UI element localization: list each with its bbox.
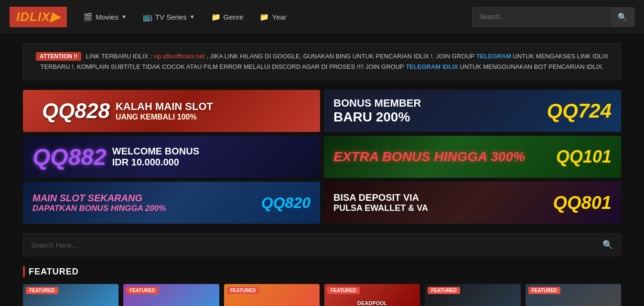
header-search-input[interactable]	[472, 8, 611, 25]
banner-qq101-qq: QQ101	[556, 147, 612, 167]
movies-icon: 🎬	[83, 12, 93, 22]
announcement-telegram1[interactable]: TELEGRAM	[476, 53, 511, 60]
banner-qq820-sub: DAPATKAN BONUS HINGGA 200%	[32, 204, 166, 213]
genre-icon: 📁	[211, 12, 221, 22]
featured-card-4[interactable]: FEATURED DEADPOOL	[324, 284, 420, 306]
nav-movies-label: Movies	[96, 13, 118, 21]
nav-year[interactable]: 📁 Year	[253, 9, 293, 25]
secondary-search-container: 🔍	[23, 233, 621, 256]
logo-arrow: ▶	[50, 10, 60, 24]
logo-text: IDLIX	[16, 10, 50, 24]
banner-qq820-qq: QQ820	[261, 194, 311, 212]
movies-dropdown-arrow: ▼	[121, 14, 127, 20]
featured-card-2[interactable]: FEATURED	[123, 284, 219, 306]
featured-section: FEATURED FEATURED FEATURED FEATURED FEAT…	[23, 266, 621, 306]
site-logo[interactable]: IDLIX▶	[10, 7, 67, 27]
tvseries-icon: 📺	[143, 12, 152, 22]
nav-genre[interactable]: 📁 Genre	[204, 9, 250, 25]
nav-year-label: Year	[272, 13, 286, 21]
featured-title: FEATURED	[29, 267, 79, 277]
announcement-link1[interactable]: vip.idlixofficialx.net	[153, 53, 204, 60]
banner-qq828[interactable]: QQ828 KALAH MAIN SLOT UANG KEMBALI 100%	[23, 90, 320, 132]
secondary-search-input[interactable]	[31, 241, 602, 249]
nav-tvseries-label: TV Series	[155, 13, 187, 21]
banner-qq801[interactable]: BISA DEPOSIT VIA PULSA EWALLET & VA QQ80…	[324, 182, 621, 224]
featured-badge-5: FEATURED	[428, 287, 460, 294]
featured-card-title-4: DEADPOOL	[355, 298, 389, 306]
banner-qq724-slogan: BONUS MEMBER	[333, 97, 421, 109]
announcement-badge: ATTENTION !!	[36, 52, 81, 61]
featured-grid: FEATURED FEATURED FEATURED FEATURED DEAD…	[23, 284, 621, 306]
announcement-banner: ATTENTION !! LINK TERBARU IDLIX : vip.id…	[23, 43, 621, 80]
featured-badge-6: FEATURED	[528, 287, 561, 294]
banner-qq828-qq: QQ828	[42, 99, 110, 123]
banner-qq724-sub: BARU 200%	[333, 109, 421, 125]
banner-qq101[interactable]: EXTRA BONUS HINGGA 300% QQ101	[324, 136, 621, 178]
banner-qq882-qq: QQ882	[32, 144, 107, 170]
banner-qq801-sub: PULSA EWALLET & VA	[333, 203, 428, 213]
year-icon: 📁	[259, 12, 269, 22]
banner-qq882-sub: IDR 10.000.000	[112, 157, 199, 168]
featured-header: FEATURED	[23, 266, 621, 277]
banner-qq724[interactable]: BONUS MEMBER BARU 200% QQ724	[324, 90, 621, 132]
banners-grid: QQ828 KALAH MAIN SLOT UANG KEMBALI 100% …	[23, 90, 621, 224]
featured-badge-3: FEATURED	[227, 287, 259, 294]
featured-badge-4: FEATURED	[327, 287, 360, 294]
featured-card-3[interactable]: FEATURED	[224, 284, 320, 306]
secondary-search-button[interactable]: 🔍	[602, 240, 613, 250]
navbar: IDLIX▶ 🎬 Movies ▼ 📺 TV Series ▼ 📁 Genre …	[0, 0, 644, 33]
featured-card-6[interactable]: FEATURED	[526, 284, 621, 306]
nav-genre-label: Genre	[224, 13, 244, 21]
banner-qq882-slogan: WELCOME BONUS	[112, 146, 199, 157]
banner-qq820[interactable]: MAIN SLOT SEKARANG DAPATKAN BONUS HINGGA…	[23, 182, 320, 224]
featured-bar	[23, 266, 25, 277]
featured-card-5[interactable]: FEATURED	[425, 284, 520, 306]
announcement-telegram2[interactable]: TELEGRAM IDLIX	[406, 63, 458, 70]
banner-qq101-slogan: EXTRA BONUS HINGGA 300%	[333, 149, 525, 164]
banner-qq882[interactable]: QQ882 WELCOME BONUS IDR 10.000.000	[23, 136, 320, 178]
nav-movies[interactable]: 🎬 Movies ▼	[76, 9, 133, 25]
banner-qq828-sub: UANG KEMBALI 100%	[116, 113, 213, 121]
banner-qq724-qq: QQ724	[547, 99, 612, 122]
announcement-text4: UNTUK MENGGUNAKAN BOT PENCARIAN IDLIX.	[460, 63, 604, 70]
nav-items: 🎬 Movies ▼ 📺 TV Series ▼ 📁 Genre 📁 Year	[76, 9, 467, 25]
banner-qq801-slogan: BISA DEPOSIT VIA	[333, 192, 428, 203]
featured-card-1[interactable]: FEATURED	[23, 284, 118, 306]
header-search-button[interactable]: 🔍	[611, 8, 634, 26]
announcement-text2: , JIKA LINK HILANG DI GOOGLE, GUNAKAN BI…	[206, 53, 476, 60]
main-content: ATTENTION !! LINK TERBARU IDLIX : vip.id…	[11, 33, 633, 306]
announcement-text1: LINK TERBARU IDLIX :	[86, 53, 153, 60]
featured-badge-2: FEATURED	[126, 287, 159, 294]
header-search-box: 🔍	[472, 7, 634, 27]
tvseries-dropdown-arrow: ▼	[190, 14, 195, 20]
banner-qq828-slogan: KALAH MAIN SLOT	[116, 100, 213, 113]
nav-tvseries[interactable]: 📺 TV Series ▼	[136, 9, 202, 25]
banner-qq820-slogan: MAIN SLOT SEKARANG	[32, 193, 166, 204]
featured-badge-1: FEATURED	[26, 287, 58, 294]
banner-qq801-qq: QQ801	[553, 193, 612, 213]
